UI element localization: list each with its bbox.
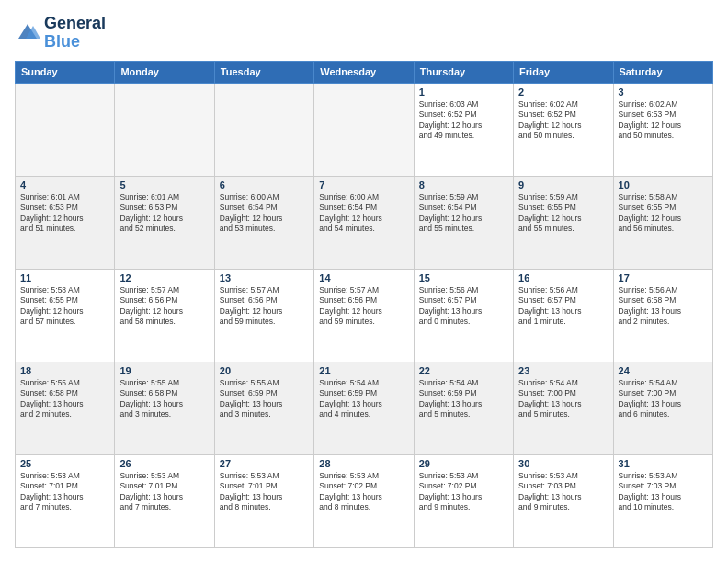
day-number: 9 xyxy=(518,179,608,190)
day-number: 26 xyxy=(119,458,209,469)
table-row: 27Sunrise: 5:53 AM Sunset: 7:01 PM Dayli… xyxy=(214,454,313,547)
cell-content: Sunrise: 5:57 AM Sunset: 6:56 PM Dayligh… xyxy=(119,285,209,327)
cell-content: Sunrise: 5:53 AM Sunset: 7:03 PM Dayligh… xyxy=(619,471,708,513)
table-row: 4Sunrise: 6:01 AM Sunset: 6:53 PM Daylig… xyxy=(16,176,115,269)
table-row: 18Sunrise: 5:55 AM Sunset: 6:58 PM Dayli… xyxy=(16,362,115,454)
day-number: 31 xyxy=(619,458,708,469)
day-number: 27 xyxy=(220,458,309,469)
cell-content: Sunrise: 5:57 AM Sunset: 6:56 PM Dayligh… xyxy=(319,285,408,327)
cell-content: Sunrise: 5:54 AM Sunset: 7:00 PM Dayligh… xyxy=(619,378,708,420)
day-number: 6 xyxy=(220,179,309,190)
logo-text: General Blue xyxy=(44,15,106,52)
table-row: 17Sunrise: 5:56 AM Sunset: 6:58 PM Dayli… xyxy=(613,269,712,362)
weekday-header-tuesday: Tuesday xyxy=(214,61,313,83)
day-number: 17 xyxy=(619,272,708,283)
weekday-header-sunday: Sunday xyxy=(16,61,115,83)
day-number: 19 xyxy=(119,365,209,376)
table-row: 13Sunrise: 5:57 AM Sunset: 6:56 PM Dayli… xyxy=(214,269,313,362)
weekday-header-friday: Friday xyxy=(514,61,613,83)
calendar-week-row: 4Sunrise: 6:01 AM Sunset: 6:53 PM Daylig… xyxy=(16,176,713,269)
cell-content: Sunrise: 5:58 AM Sunset: 6:55 PM Dayligh… xyxy=(20,285,109,327)
cell-content: Sunrise: 6:00 AM Sunset: 6:54 PM Dayligh… xyxy=(220,192,309,235)
header: General Blue xyxy=(15,15,713,52)
day-number: 10 xyxy=(619,179,708,190)
table-row: 16Sunrise: 5:56 AM Sunset: 6:57 PM Dayli… xyxy=(514,269,613,362)
cell-content: Sunrise: 5:56 AM Sunset: 6:57 PM Dayligh… xyxy=(419,285,508,327)
table-row: 26Sunrise: 5:53 AM Sunset: 7:01 PM Dayli… xyxy=(115,454,214,547)
calendar-week-row: 1Sunrise: 6:03 AM Sunset: 6:52 PM Daylig… xyxy=(16,83,713,176)
table-row xyxy=(16,83,115,176)
cell-content: Sunrise: 5:59 AM Sunset: 6:55 PM Dayligh… xyxy=(518,192,608,235)
table-row: 6Sunrise: 6:00 AM Sunset: 6:54 PM Daylig… xyxy=(214,176,313,269)
cell-content: Sunrise: 6:03 AM Sunset: 6:52 PM Dayligh… xyxy=(419,99,508,142)
weekday-header-saturday: Saturday xyxy=(613,61,712,83)
logo-icon xyxy=(15,20,40,46)
table-row: 3Sunrise: 6:02 AM Sunset: 6:53 PM Daylig… xyxy=(613,83,712,176)
table-row: 28Sunrise: 5:53 AM Sunset: 7:02 PM Dayli… xyxy=(314,454,414,547)
cell-content: Sunrise: 5:53 AM Sunset: 7:02 PM Dayligh… xyxy=(319,471,408,513)
cell-content: Sunrise: 5:54 AM Sunset: 6:59 PM Dayligh… xyxy=(319,378,408,420)
day-number: 11 xyxy=(20,272,109,283)
day-number: 1 xyxy=(419,86,508,98)
day-number: 21 xyxy=(319,365,408,376)
table-row xyxy=(115,83,214,176)
cell-content: Sunrise: 5:55 AM Sunset: 6:58 PM Dayligh… xyxy=(119,378,209,420)
day-number: 16 xyxy=(518,272,608,283)
day-number: 15 xyxy=(419,272,508,283)
day-number: 12 xyxy=(119,272,209,283)
cell-content: Sunrise: 5:54 AM Sunset: 6:59 PM Dayligh… xyxy=(419,378,508,420)
weekday-header-thursday: Thursday xyxy=(414,61,513,83)
weekday-header-wednesday: Wednesday xyxy=(314,61,414,83)
table-row: 12Sunrise: 5:57 AM Sunset: 6:56 PM Dayli… xyxy=(115,269,214,362)
day-number: 3 xyxy=(619,86,708,98)
day-number: 18 xyxy=(20,365,109,376)
day-number: 14 xyxy=(319,272,408,283)
cell-content: Sunrise: 6:01 AM Sunset: 6:53 PM Dayligh… xyxy=(119,192,209,235)
day-number: 28 xyxy=(319,458,408,469)
table-row: 2Sunrise: 6:02 AM Sunset: 6:52 PM Daylig… xyxy=(514,83,613,176)
table-row: 21Sunrise: 5:54 AM Sunset: 6:59 PM Dayli… xyxy=(314,362,414,454)
cell-content: Sunrise: 5:55 AM Sunset: 6:59 PM Dayligh… xyxy=(220,378,309,420)
table-row: 23Sunrise: 5:54 AM Sunset: 7:00 PM Dayli… xyxy=(514,362,613,454)
table-row: 15Sunrise: 5:56 AM Sunset: 6:57 PM Dayli… xyxy=(414,269,513,362)
table-row: 8Sunrise: 5:59 AM Sunset: 6:54 PM Daylig… xyxy=(414,176,513,269)
cell-content: Sunrise: 5:53 AM Sunset: 7:03 PM Dayligh… xyxy=(518,471,608,513)
cell-content: Sunrise: 6:02 AM Sunset: 6:53 PM Dayligh… xyxy=(619,99,708,142)
table-row xyxy=(314,83,414,176)
logo: General Blue xyxy=(15,15,106,52)
day-number: 8 xyxy=(419,179,508,190)
cell-content: Sunrise: 5:53 AM Sunset: 7:02 PM Dayligh… xyxy=(419,471,508,513)
table-row: 19Sunrise: 5:55 AM Sunset: 6:58 PM Dayli… xyxy=(115,362,214,454)
table-row: 25Sunrise: 5:53 AM Sunset: 7:01 PM Dayli… xyxy=(16,454,115,547)
cell-content: Sunrise: 5:59 AM Sunset: 6:54 PM Dayligh… xyxy=(419,192,508,235)
day-number: 30 xyxy=(518,458,608,469)
table-row: 11Sunrise: 5:58 AM Sunset: 6:55 PM Dayli… xyxy=(16,269,115,362)
day-number: 2 xyxy=(518,86,608,98)
cell-content: Sunrise: 5:53 AM Sunset: 7:01 PM Dayligh… xyxy=(119,471,209,513)
table-row: 29Sunrise: 5:53 AM Sunset: 7:02 PM Dayli… xyxy=(414,454,513,547)
day-number: 24 xyxy=(619,365,708,376)
cell-content: Sunrise: 6:01 AM Sunset: 6:53 PM Dayligh… xyxy=(20,192,109,235)
calendar-week-row: 11Sunrise: 5:58 AM Sunset: 6:55 PM Dayli… xyxy=(16,269,713,362)
day-number: 22 xyxy=(419,365,508,376)
day-number: 29 xyxy=(419,458,508,469)
cell-content: Sunrise: 6:00 AM Sunset: 6:54 PM Dayligh… xyxy=(319,192,408,235)
table-row: 30Sunrise: 5:53 AM Sunset: 7:03 PM Dayli… xyxy=(514,454,613,547)
cell-content: Sunrise: 5:53 AM Sunset: 7:01 PM Dayligh… xyxy=(20,471,109,513)
table-row: 31Sunrise: 5:53 AM Sunset: 7:03 PM Dayli… xyxy=(613,454,712,547)
day-number: 5 xyxy=(119,179,209,190)
day-number: 20 xyxy=(220,365,309,376)
table-row: 7Sunrise: 6:00 AM Sunset: 6:54 PM Daylig… xyxy=(314,176,414,269)
table-row: 20Sunrise: 5:55 AM Sunset: 6:59 PM Dayli… xyxy=(214,362,313,454)
table-row: 1Sunrise: 6:03 AM Sunset: 6:52 PM Daylig… xyxy=(414,83,513,176)
cell-content: Sunrise: 5:56 AM Sunset: 6:58 PM Dayligh… xyxy=(619,285,708,327)
page: General Blue SundayMondayTuesdayWednesda… xyxy=(0,0,728,563)
day-number: 25 xyxy=(20,458,109,469)
day-number: 23 xyxy=(518,365,608,376)
calendar: SundayMondayTuesdayWednesdayThursdayFrid… xyxy=(15,61,713,548)
table-row: 14Sunrise: 5:57 AM Sunset: 6:56 PM Dayli… xyxy=(314,269,414,362)
cell-content: Sunrise: 5:57 AM Sunset: 6:56 PM Dayligh… xyxy=(220,285,309,327)
cell-content: Sunrise: 5:54 AM Sunset: 7:00 PM Dayligh… xyxy=(518,378,608,420)
weekday-header-row: SundayMondayTuesdayWednesdayThursdayFrid… xyxy=(16,61,713,83)
cell-content: Sunrise: 5:53 AM Sunset: 7:01 PM Dayligh… xyxy=(220,471,309,513)
